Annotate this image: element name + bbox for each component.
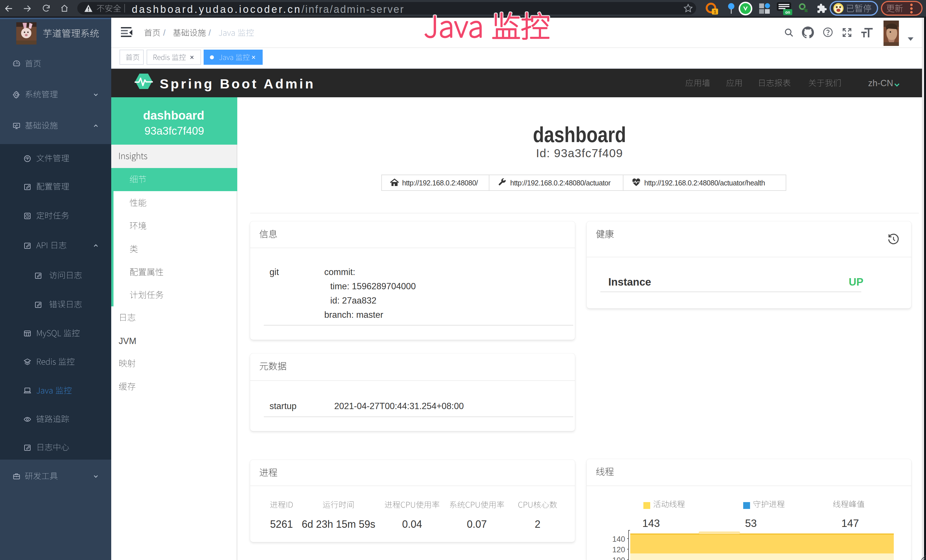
svg-text:1: 1 [714, 9, 716, 15]
svg-text:on: on [785, 10, 790, 15]
